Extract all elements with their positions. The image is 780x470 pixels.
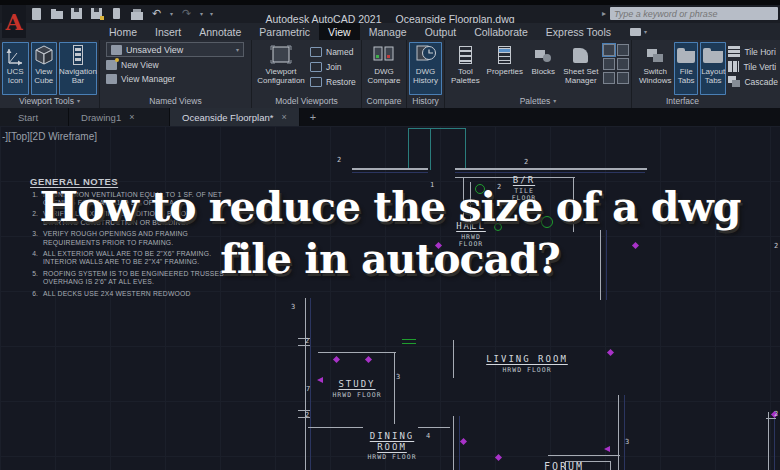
dwg-history-icon [415, 43, 437, 67]
room-label-living-room: LIVING ROOMHRWD FLOOR [486, 354, 568, 374]
room-label-dining-room: DINING ROOMHRWD FLOOR [367, 431, 416, 461]
save-as-icon[interactable] [90, 7, 103, 20]
sheet-set-manager-button[interactable]: Sheet Set Manager [561, 42, 601, 95]
tab-manage[interactable]: Manage [360, 23, 416, 40]
viewport-configuration-button[interactable]: Viewport Configuration [254, 42, 308, 95]
switch-windows-button[interactable]: Switch Windows [638, 42, 672, 95]
file-tab-drawing1[interactable]: Drawing1 × [69, 108, 170, 126]
plus-icon: + [310, 111, 316, 123]
current-view-value: Unsaved View [126, 45, 183, 55]
panel-label-named-views[interactable]: Named Views [100, 95, 251, 108]
palette-icon[interactable] [603, 58, 615, 70]
file-tab-oceanside[interactable]: Oceanside Floorplan* × [170, 108, 300, 126]
tab-home[interactable]: Home [100, 23, 146, 40]
named-viewport-button[interactable]: Named [310, 45, 356, 58]
palette-icon[interactable] [603, 72, 615, 84]
view-manager-button[interactable]: View Manager [106, 72, 249, 85]
dwg-history-button[interactable]: DWG History [409, 42, 442, 95]
autocad-logo-icon[interactable]: A [2, 5, 26, 38]
tool-palettes-button[interactable]: Tool Palettes [449, 42, 482, 95]
redo-icon[interactable]: ↷ [180, 7, 193, 20]
file-tab-oceanside-label: Oceanside Floorplan* [182, 112, 273, 123]
switch-windows-label: Switch Windows [639, 68, 671, 85]
file-tab-drawing1-label: Drawing1 [81, 112, 121, 123]
layout-tabs-label: Layout Tabs [701, 68, 725, 85]
new-file-icon[interactable] [30, 7, 43, 20]
palette-icon[interactable] [617, 44, 629, 56]
tile-horizontally-button[interactable]: Tile Hori [728, 45, 778, 58]
panel-label-compare[interactable]: Compare [362, 95, 406, 108]
view-cube-icon [33, 43, 55, 67]
palette-icon[interactable] [617, 72, 629, 84]
panel-named-views: Unsaved View ▾ New View View Manager Nam… [100, 40, 252, 108]
tile-vertically-icon [728, 61, 739, 72]
dwg-compare-button[interactable]: DWG Compare [364, 42, 404, 95]
viewport-configuration-icon [269, 43, 293, 67]
properties-label: Properties [487, 68, 523, 77]
join-viewport-icon [310, 62, 322, 72]
view-cube-label: View Cube [34, 68, 53, 85]
layout-tabs-button[interactable]: Layout Tabs [700, 42, 727, 95]
drawing-viewport[interactable]: -][Top][2D Wireframe] GENERAL NOTES 1.FO… [0, 126, 780, 470]
file-tab-start[interactable]: Start [0, 108, 69, 126]
search-input[interactable] [610, 7, 778, 20]
blocks-button[interactable]: Blocks [528, 42, 559, 95]
redo-dropdown-icon[interactable]: ▾ [200, 10, 203, 17]
tab-output[interactable]: Output [416, 23, 466, 40]
new-view-icon [106, 60, 117, 70]
print-icon[interactable] [130, 7, 143, 20]
ribbon-minimize-button[interactable]: ▾ [630, 23, 647, 40]
cascade-label: Cascade [744, 77, 778, 87]
room-label-forum: FORUM [544, 462, 584, 470]
view-thumbnail-icon [111, 45, 122, 55]
new-view-button[interactable]: New View [106, 58, 249, 71]
tab-view[interactable]: View [319, 23, 360, 40]
file-tabs-button[interactable]: File Tabs [674, 42, 697, 95]
cascade-button[interactable]: Cascade [728, 75, 778, 88]
join-viewport-button[interactable]: Join [310, 60, 356, 73]
search-expand-icon[interactable]: ▸ [602, 9, 606, 18]
note-item: 6.ALL DECKS USE 2X4 WESTERN REDWOOD [30, 290, 330, 298]
tab-insert[interactable]: Insert [146, 23, 190, 40]
close-icon[interactable]: × [281, 112, 286, 122]
palette-icon[interactable] [617, 58, 629, 70]
named-viewport-label: Named [326, 47, 353, 57]
panel-interface: Switch Windows File Tabs Layout Tabs Til… [632, 40, 780, 108]
view-dropdown[interactable]: Unsaved View ▾ [106, 42, 244, 57]
tab-annotate[interactable]: Annotate [190, 23, 250, 40]
ucs-icon-button[interactable]: UCS Icon [2, 42, 29, 95]
restore-viewport-button[interactable]: Restore [310, 75, 356, 88]
viewport-controls[interactable]: -][Top][2D Wireframe] [2, 131, 97, 142]
view-cube-button[interactable]: View Cube [31, 42, 58, 95]
panel-label-viewport-tools[interactable]: Viewport Tools▾ [0, 95, 99, 108]
command-line-icon[interactable] [603, 44, 615, 56]
tab-parametric[interactable]: Parametric [250, 23, 319, 40]
properties-button[interactable]: Properties [484, 42, 526, 95]
navigation-bar-button[interactable]: Navigation Bar [59, 42, 97, 95]
tile-vertically-button[interactable]: Tile Verti [728, 60, 778, 73]
panel-label-interface[interactable]: Interface [632, 95, 780, 108]
tab-express-tools[interactable]: Express Tools [537, 23, 620, 40]
cascade-icon [728, 76, 740, 87]
file-tabs-label: File Tabs [678, 68, 695, 85]
restore-viewport-label: Restore [326, 77, 356, 87]
undo-dropdown-icon[interactable]: ▾ [170, 10, 173, 17]
new-drawing-tab-button[interactable]: + [300, 108, 326, 126]
undo-icon[interactable]: ↶ [150, 7, 163, 20]
close-icon[interactable]: × [129, 112, 134, 122]
ucs-axes-icon [5, 43, 25, 67]
ribbon-minimize-caret-icon: ▾ [644, 28, 647, 35]
save-icon[interactable] [70, 7, 83, 20]
room-label-hall: HALLHRWD FLOOR [456, 221, 486, 248]
plot-icon[interactable] [110, 7, 123, 20]
ribbon-tab-bar: Home Insert Annotate Parametric View Man… [0, 23, 780, 40]
qat-customize-icon[interactable]: ▾ [210, 10, 213, 17]
blocks-label: Blocks [532, 68, 556, 77]
panel-label-palettes[interactable]: Palettes▾ [445, 95, 631, 108]
tab-collaborate[interactable]: Collaborate [465, 23, 537, 40]
open-folder-icon[interactable] [50, 7, 63, 20]
panel-label-history[interactable]: History [407, 95, 444, 108]
panel-label-model-viewports[interactable]: Model Viewports [252, 95, 361, 108]
panel-caret-icon: ▾ [553, 95, 556, 108]
dwg-compare-label: DWG Compare [368, 68, 401, 85]
